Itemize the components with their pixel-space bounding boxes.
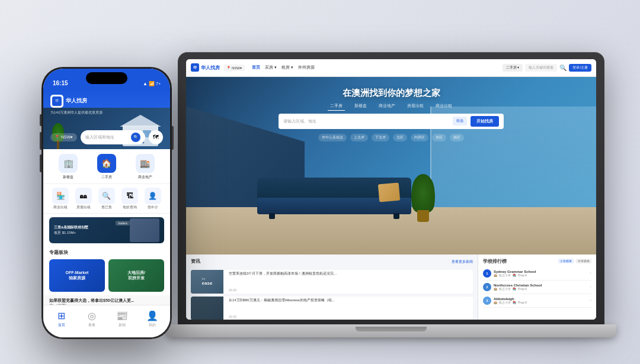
- area-tag-uppernorth[interactable]: 上北岸: [350, 134, 368, 141]
- agent-label: 找中介: [148, 205, 158, 210]
- phone-status-bar: 16:15 ▲ 📶 7+: [43, 69, 170, 90]
- phone-volume-up-button[interactable]: [40, 132, 41, 150]
- rental-label: 房屋出租: [76, 205, 91, 210]
- commercial-rent-icon: 🏪: [52, 188, 69, 204]
- phone-quick-secondhand[interactable]: 🏠 二手房: [97, 154, 116, 180]
- phone-status-icons: ▲ 📶 7+: [143, 81, 161, 86]
- phone-body: 16:15 ▲ 📶 7+: [41, 67, 172, 339]
- web-school-title-row: 学校排行榜 小学榜单 中学榜单: [483, 258, 591, 265]
- school-rank-2: 2: [483, 283, 491, 291]
- phone-mute-button[interactable]: [40, 114, 41, 126]
- news-image-1: for ease: [191, 270, 223, 294]
- web-content: 资讯 查看更多新闻 for ease: [186, 255, 596, 320]
- web-login-button[interactable]: 登录/注册: [569, 64, 591, 72]
- hero-tab-secondhand[interactable]: 二手房: [328, 102, 345, 111]
- web-news-desc-1: 空置率连续3个月下滑，开发商拥抱高涨市场！澳洲租赁危机还没完...: [229, 272, 471, 276]
- web-school-tabs: 小学榜单 中学榜单: [558, 259, 591, 263]
- web-school-title: 学校排行榜: [483, 258, 507, 265]
- web-search-submit-button[interactable]: 开始找房: [471, 116, 499, 127]
- phone-nav-browse[interactable]: ◎ 看看: [76, 310, 107, 328]
- phone-bottom-nav: ⊞ 首页 ◎ 看看 📰 新闻 👤 我的: [43, 305, 170, 337]
- school-tab-primary[interactable]: 小学榜单: [558, 259, 574, 263]
- phone-quick-nav: 🏢 新楼盘 🏠 二手房 🏬 商业地产: [43, 149, 170, 184]
- sofa-cushion: [378, 182, 400, 202]
- phone-search-box[interactable]: 输入区域和地址 🔍: [81, 130, 145, 144]
- area-tag-innwest[interactable]: 内西区: [411, 134, 428, 141]
- phone-sec-agent[interactable]: 👤 找中介: [145, 188, 161, 210]
- phone-sec-land[interactable]: 🏗 地价查询: [121, 188, 138, 210]
- location-icon: 📍: [55, 135, 60, 140]
- phone-nav-news[interactable]: 📰 新闻: [107, 310, 137, 328]
- phone-time: 16:15: [53, 80, 68, 86]
- phone-search-button[interactable]: 🔍: [131, 133, 140, 142]
- phone-power-button[interactable]: [172, 126, 174, 150]
- web-school-item-1[interactable]: 1 Sydney Grammar School 🏫 私立小学 📚 Prep-6: [483, 267, 591, 281]
- area-tag-south[interactable]: 南区: [450, 134, 464, 141]
- school-grade-2: Prep-6: [518, 287, 527, 291]
- phone-sec-rental[interactable]: 🏘 房屋出租: [75, 188, 92, 210]
- web-header: 华 华人找房 📍 NSW▾ 首页 买房 ▾ 租房 ▾ 外州房源 二手房 ▾: [186, 59, 596, 77]
- web-logo: 华 华人找房: [191, 63, 220, 72]
- web-logo-icon: 华: [191, 63, 199, 72]
- school-grade-3: Prep-6: [518, 301, 527, 304]
- phone-map-button[interactable]: 🗺: [149, 130, 163, 144]
- school-grade-icon-2: 📚: [513, 287, 516, 291]
- signal-icon: ▲: [143, 81, 148, 86]
- phone-nav-profile[interactable]: 👤 我的: [137, 310, 167, 328]
- school-tab-secondary[interactable]: 中学榜单: [576, 259, 591, 263]
- web-nav-home[interactable]: 首页: [252, 65, 260, 70]
- school-info-3: Abbotsleigh 🏫 私立小学 📚 Prep-6: [494, 297, 587, 304]
- school-type-1: 私立小学: [499, 273, 511, 277]
- browse-nav-label: 看看: [88, 323, 95, 328]
- phone-sec-sold[interactable]: 🔍 查已售: [98, 188, 115, 210]
- web-nav-overseas[interactable]: 外州房源: [298, 65, 315, 70]
- school-grade-icon-3: 📚: [513, 301, 516, 304]
- laptop-screen: 华 华人找房 📍 NSW▾ 首页 买房 ▾ 租房 ▾ 外州房源 二手房 ▾: [186, 59, 596, 320]
- phone-featured-card-land[interactable]: 大地旧房/双拼开发: [108, 259, 164, 292]
- ad-line-1: 三里&圣国际联排别墅: [54, 225, 125, 230]
- web-school-item-2[interactable]: 2 Northcross Christian School 🏫 私立小学 📚 P…: [483, 281, 591, 294]
- web-nav-location[interactable]: 📍 NSW▾: [223, 65, 245, 71]
- phone-quick-new-dev[interactable]: 🏢 新楼盘: [59, 154, 78, 180]
- phone-featured-card-offmarket[interactable]: OFF-Market独家房源: [49, 259, 105, 292]
- area-tag-north[interactable]: 北区: [393, 134, 407, 141]
- web-school-item-3[interactable]: 3 Abbotsleigh 🏫 私立小学 📚 Prep-6 ›: [483, 294, 591, 308]
- web-search-input[interactable]: 请输入区域、地址: [283, 118, 449, 124]
- web-search-type-btn[interactable]: 二手房 ▾: [503, 64, 523, 72]
- school-type-3: 私立小学: [499, 301, 511, 304]
- home-nav-label: 首页: [58, 323, 65, 328]
- web-news-section: 资讯 查看更多新闻 for ease: [186, 255, 478, 320]
- plant-leaves: [411, 174, 435, 212]
- land-dev-label: 大地旧房/双拼开发: [127, 270, 145, 281]
- hero-tab-rental[interactable]: 房屋出租: [405, 102, 426, 111]
- hero-tab-newdev[interactable]: 新楼盘: [352, 102, 369, 111]
- secondhand-icon: 🏠: [97, 154, 116, 173]
- hero-tab-commercial-rent[interactable]: 商业出租: [433, 102, 455, 111]
- web-news-more-link[interactable]: 查看更多新闻: [452, 259, 473, 265]
- phone-volume-down-button[interactable]: [40, 154, 41, 172]
- battery-icon: 7+: [156, 82, 161, 86]
- area-tag-city[interactable]: 市中心及南边: [318, 134, 347, 141]
- phone-nav-home[interactable]: ⊞ 首页: [46, 310, 76, 328]
- hero-tab-commercial[interactable]: 商业地产: [376, 102, 398, 111]
- web-nav-buy[interactable]: 买房 ▾: [265, 65, 277, 70]
- laptop-device: 华 华人找房 📍 NSW▾ 首页 买房 ▾ 租房 ▾ 外州房源 二手房 ▾: [178, 52, 604, 342]
- web-news-item-2[interactable]: 从14万到880万澳元：揭秘澳洲总理Albanese的地产投资策略（组... 1…: [191, 297, 473, 320]
- web-news-item-1[interactable]: for ease 空置率连续3个月下滑，开发商拥抱高涨市场！澳洲租赁危机还没完.…: [191, 270, 473, 294]
- phone-search-row: 📍 NSW▾ 输入区域和地址 🔍 🗺: [50, 130, 163, 144]
- search-icon[interactable]: 🔍: [559, 65, 567, 71]
- school-rank-3: 3: [483, 297, 491, 305]
- new-dev-label: 新楼盘: [63, 175, 73, 180]
- web-news-date-1: 10-18: [229, 288, 471, 292]
- phone-sec-commercial-rent[interactable]: 🏪 商业出租: [52, 188, 69, 210]
- phone-location-button[interactable]: 📍 NSW▾: [50, 133, 77, 141]
- area-tag-lowernorth[interactable]: 下北岸: [372, 134, 389, 141]
- web-search-filter-button[interactable]: 筛选: [453, 117, 467, 125]
- land-label: 地价查询: [123, 205, 137, 210]
- web-nav-rent[interactable]: 租房 ▾: [281, 65, 293, 70]
- phone-ad-banner[interactable]: 三里&圣国际联排别墅 低至 $1.15M+ traders: [49, 217, 164, 243]
- phone-quick-commercial[interactable]: 🏬 商业地产: [136, 154, 155, 180]
- phone-app-name: 华人找房: [66, 97, 87, 105]
- area-tag-east[interactable]: 东区: [432, 134, 446, 141]
- web-search-keyword[interactable]: 输入关键词搜索: [525, 64, 557, 72]
